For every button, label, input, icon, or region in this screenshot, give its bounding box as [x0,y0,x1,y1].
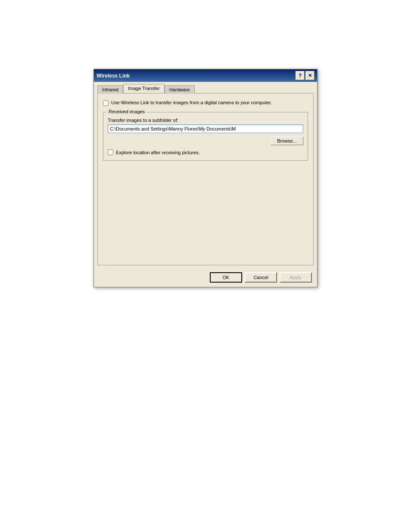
subfolder-row [108,124,303,133]
tab-content: Use Wireless Link to transfer images fro… [97,93,314,265]
use-wireless-link-checkbox[interactable] [103,100,109,106]
tab-hardware[interactable]: Hardware [165,85,195,94]
received-images-legend: Received images [107,109,146,114]
browse-button[interactable]: Browse... [271,137,303,145]
explore-label: Explore location after receiving picture… [116,150,200,155]
subfolder-label: Transfer images to a subfolder of: [108,118,303,123]
received-images-group: Received images Transfer images to a sub… [103,112,308,161]
wireless-link-dialog: Wireless Link ? ✕ Infrared Image Transfe… [93,69,318,287]
browse-row: Browse... [108,137,303,145]
explore-row: Explore location after receiving picture… [108,149,303,155]
title-bar-text: Wireless Link [97,73,130,79]
title-bar-controls: ? ✕ [296,71,314,80]
apply-button[interactable]: Apply [280,272,312,283]
main-option-row: Use Wireless Link to transfer images fro… [103,100,308,106]
title-bar: Wireless Link ? ✕ [94,69,317,82]
close-button[interactable]: ✕ [305,71,314,80]
ok-button[interactable]: OK [210,272,242,283]
explore-location-checkbox[interactable] [108,149,113,155]
dialog-footer: OK Cancel Apply [94,269,317,287]
tab-image-transfer[interactable]: Image Transfer [123,84,165,93]
group-content: Transfer images to a subfolder of: Brows… [108,118,303,155]
use-wireless-link-label: Use Wireless Link to transfer images fro… [111,100,272,106]
dialog-title: Wireless Link [97,73,130,79]
subfolder-input[interactable] [108,124,303,133]
help-button[interactable]: ? [296,71,305,80]
tabs-area: Infrared Image Transfer Hardware [94,82,317,93]
tab-infrared[interactable]: Infrared [97,85,123,94]
cancel-button[interactable]: Cancel [245,272,277,283]
